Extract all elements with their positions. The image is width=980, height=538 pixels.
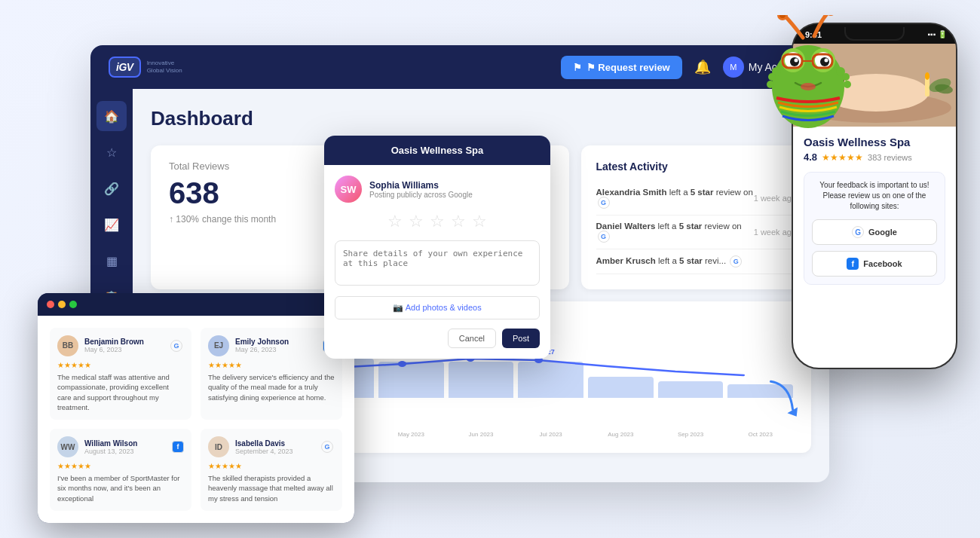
- reviewer-name-2: Emily Johnson: [235, 338, 289, 346]
- review-textarea[interactable]: [335, 240, 540, 286]
- activity-time-2: 1 week ago: [754, 228, 796, 237]
- sidebar-item-layout[interactable]: ▦: [96, 246, 127, 276]
- reviewer-name-1: Benjamin Brown: [84, 338, 144, 346]
- activity-item-3: Amber Krusch left a 5 star revi... G: [596, 249, 797, 274]
- request-review-label: ⚑ Request review: [586, 62, 670, 73]
- phone-spa-name: Oasis Wellness Spa: [804, 136, 945, 148]
- modal-reviewer-name: Sophia Williams: [369, 180, 473, 191]
- svg-point-17: [925, 72, 929, 80]
- review-text-1: The medical staff was attentive and comp…: [57, 372, 184, 412]
- flag-icon: ⚑: [573, 62, 582, 73]
- review-platform-4: G: [321, 441, 333, 453]
- svg-point-31: [795, 59, 798, 63]
- minimize-dot[interactable]: [58, 301, 66, 308]
- add-photos-button[interactable]: 📷 Add photos & videos: [335, 296, 540, 319]
- svg-point-32: [825, 59, 828, 63]
- reviewer-date-2: May 26, 2023: [235, 346, 289, 353]
- phone-rating-num: 4.8: [804, 151, 817, 163]
- total-reviews-change: ↑ 130% change this month: [169, 214, 335, 225]
- review-stars-3: ★★★★★: [57, 462, 184, 470]
- x-label-jul: Jul 2023: [518, 431, 583, 438]
- logo-badge: iGV: [109, 57, 141, 78]
- latest-activity-card: Latest Activity Alexandria Smith left a …: [581, 145, 812, 289]
- svg-point-41: [842, 73, 850, 81]
- reviewer-name-4: Isabella Davis: [235, 439, 293, 448]
- phone-facebook-button[interactable]: f Facebook: [812, 251, 937, 277]
- review-platform-1: G: [170, 340, 182, 352]
- total-reviews-label: Total Reviews: [169, 160, 335, 172]
- reviewer-row-4: ID Isabella Davis September 4, 2023 G: [208, 436, 335, 457]
- reviewer-name-3: William Wilson: [84, 439, 137, 448]
- modal-star-3[interactable]: ☆: [430, 212, 445, 231]
- request-review-button[interactable]: ⚑ ⚑ Request review: [561, 56, 682, 79]
- avatar: M: [723, 57, 744, 78]
- review-stars-2: ★★★★★: [208, 361, 335, 369]
- cancel-button[interactable]: Cancel: [448, 329, 496, 348]
- x-label-jun: Jun 2023: [449, 431, 514, 438]
- modal-stars[interactable]: ☆ ☆ ☆ ☆ ☆: [335, 212, 540, 231]
- logo-area: iGV InnovativeGlobal Vision: [109, 57, 182, 78]
- reviewer-row-1: BB Benjamin Brown May 6, 2023 G: [57, 335, 184, 356]
- google-label: Google: [868, 228, 897, 237]
- modal-reviewer-sub: Posting publicly across Google: [369, 191, 473, 199]
- activity-item-2: Daniel Walters left a 5 star review on G…: [596, 216, 797, 249]
- x-label-oct: Oct 2023: [727, 431, 793, 438]
- phone-content: Oasis Wellness Spa 4.8 ★★★★★ 383 reviews…: [793, 127, 956, 303]
- modal-header: Oasis Wellness Spa: [324, 136, 550, 165]
- review-platform-3: f: [172, 441, 184, 453]
- phone-stars: ★★★★★: [822, 152, 863, 163]
- post-button[interactable]: Post: [502, 329, 540, 348]
- modal-star-1[interactable]: ☆: [387, 212, 403, 231]
- reviewer-row-3: WW William Wilson August 13, 2023 f: [57, 436, 184, 457]
- popup-tab-bar: [38, 293, 354, 316]
- review-popup: BB Benjamin Brown May 6, 2023 G ★★★★★ Th…: [38, 293, 354, 523]
- change-text: change this month: [202, 214, 276, 225]
- x-label-sep: Sep 2023: [658, 431, 724, 438]
- bell-icon[interactable]: 🔔: [694, 59, 711, 75]
- modal-reviewer-avatar: SW: [335, 176, 362, 203]
- close-dot[interactable]: [47, 301, 54, 308]
- total-reviews-value: 638: [169, 178, 335, 208]
- modal-buttons: Cancel Post: [335, 329, 540, 348]
- navbar: iGV InnovativeGlobal Vision ⚑ ⚑ Request …: [90, 45, 829, 89]
- svg-point-36: [801, 83, 816, 90]
- reviewer-date-4: September 4, 2023: [235, 448, 293, 455]
- svg-marker-43: [787, 405, 799, 417]
- sidebar-item-home[interactable]: 🏠: [96, 101, 127, 131]
- svg-point-38: [768, 73, 776, 81]
- activity-title: Latest Activity: [596, 160, 797, 173]
- review-grid: BB Benjamin Brown May 6, 2023 G ★★★★★ Th…: [50, 328, 342, 511]
- sidebar-item-star[interactable]: ☆: [96, 137, 127, 167]
- phone-status-icons: ▪▪▪ 🔋: [928, 30, 947, 38]
- phone-feedback-box: Your feedback is important to us! Please…: [804, 172, 945, 285]
- popup-content: BB Benjamin Brown May 6, 2023 G ★★★★★ Th…: [38, 316, 354, 523]
- activity-text-3: Amber Krusch left a 5 star revi... G: [596, 255, 744, 267]
- svg-point-3: [398, 361, 406, 367]
- phone-review-count: 383 reviews: [868, 153, 912, 162]
- reviewer-avatar-3: WW: [57, 436, 78, 457]
- sidebar-item-chart[interactable]: 📈: [96, 209, 127, 240]
- modal-star-2[interactable]: ☆: [409, 212, 424, 231]
- logo-text: InnovativeGlobal Vision: [147, 60, 182, 74]
- review-text-3: I've been a member of SportMaster for si…: [57, 473, 184, 503]
- write-review-modal: Oasis Wellness Spa SW Sophia Williams Po…: [324, 136, 550, 359]
- review-card-3: WW William Wilson August 13, 2023 f ★★★★…: [50, 429, 191, 511]
- window-controls: [38, 293, 86, 316]
- review-card-2: EJ Emily Johnson May 26, 2023 f ★★★★★ Th…: [201, 328, 342, 420]
- expand-dot[interactable]: [69, 301, 77, 308]
- modal-body: SW Sophia Williams Posting publicly acro…: [324, 165, 550, 359]
- modal-star-5[interactable]: ☆: [472, 212, 487, 231]
- review-stars-1: ★★★★★: [57, 361, 184, 369]
- modal-reviewer: SW Sophia Williams Posting publicly acro…: [335, 176, 540, 203]
- svg-point-30: [820, 57, 829, 66]
- facebook-label: Facebook: [863, 259, 902, 268]
- review-card-4: ID Isabella Davis September 4, 2023 G ★★…: [201, 429, 342, 511]
- phone-google-button[interactable]: G Google: [812, 219, 937, 245]
- x-label-aug: Aug 2023: [588, 431, 654, 438]
- reviewer-date-1: May 6, 2023: [84, 346, 144, 353]
- sidebar-item-link[interactable]: 🔗: [96, 173, 127, 203]
- review-text-2: The delivery service's efficiency and th…: [208, 372, 335, 402]
- svg-point-42: [844, 81, 851, 88]
- modal-star-4[interactable]: ☆: [451, 212, 466, 231]
- activity-time-1: 1 week ago: [754, 194, 796, 203]
